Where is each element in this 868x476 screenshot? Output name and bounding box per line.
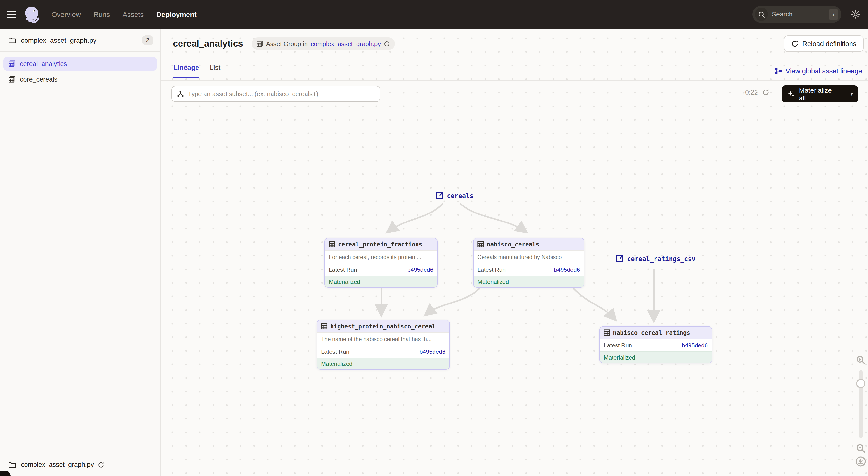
asset-subset-filter[interactable]	[172, 86, 380, 102]
view-tabs: Lineage List	[174, 64, 220, 78]
asset-name: nabisco_cereals	[487, 241, 539, 248]
asset-name: highest_protein_nabisco_cereal	[330, 323, 436, 330]
nav-item-runs[interactable]: Runs	[93, 10, 110, 18]
search-input[interactable]	[768, 11, 829, 18]
tab-lineage[interactable]: Lineage	[174, 64, 199, 78]
asset-name: cereal_protein_fractions	[338, 241, 422, 248]
sidebar-group-list: cereal_analytics core_cereals	[0, 52, 160, 453]
code-location-name: complex_asset_graph.py	[21, 461, 94, 468]
hamburger-menu-icon[interactable]	[0, 0, 20, 29]
sidebar-item-core-cereals[interactable]: core_cereals	[3, 72, 157, 87]
asset-subset-input[interactable]	[188, 90, 375, 98]
source-asset-cereal-ratings-csv[interactable]: cereal_ratings_csv	[616, 255, 695, 263]
external-link-icon	[616, 255, 624, 263]
nav-items: Overview Runs Assets Deployment	[52, 10, 197, 18]
external-link-icon	[436, 192, 443, 199]
status-badge: Materialized	[600, 351, 712, 363]
global-search[interactable]: /	[752, 6, 841, 23]
sidebar: complex_asset_graph.py 2 cereal_analytic…	[0, 29, 161, 476]
folder-icon	[8, 461, 16, 468]
status-badge: Materialized	[317, 358, 449, 369]
run-id-link[interactable]: b495ded6	[682, 342, 708, 349]
reload-definitions-button[interactable]: Reload definitions	[784, 35, 864, 52]
latest-run-label: Latest Run	[329, 266, 357, 273]
sidebar-footer: complex_asset_graph.py	[0, 453, 160, 476]
asset-node-highest-protein-nabisco-cereal[interactable]: highest_protein_nabisco_cereal The name …	[317, 320, 450, 370]
latest-run-label: Latest Run	[321, 348, 349, 355]
table-icon	[321, 323, 328, 330]
asset-node-nabisco-cereal-ratings[interactable]: nabisco_cereal_ratings Latest Run b495de…	[599, 326, 712, 364]
sparkle-icon	[787, 90, 795, 98]
asset-node-nabisco-cereals[interactable]: nabisco_cereals Cereals manufactured by …	[473, 238, 584, 288]
download-image-icon[interactable]	[856, 456, 866, 467]
asset-description: For each cereal, records its protein ...	[325, 250, 437, 263]
refresh-icon	[791, 40, 798, 47]
latest-run-label: Latest Run	[604, 342, 632, 349]
page-title: cereal_analytics	[173, 38, 243, 49]
group-name: cereal_analytics	[20, 60, 67, 67]
run-id-link[interactable]: b495ded6	[420, 348, 445, 355]
asset-group-tag-text: Asset Group in	[266, 40, 308, 47]
refresh-timer: 0:22	[745, 89, 770, 96]
graph-zoom-controls	[855, 354, 867, 468]
run-id-link[interactable]: b495ded6	[554, 266, 580, 273]
materialize-dropdown-caret[interactable]: ▼	[845, 92, 858, 96]
top-nav: Overview Runs Assets Deployment /	[0, 0, 868, 29]
timer-value: 0:22	[745, 89, 758, 96]
folder-icon	[8, 37, 16, 43]
asset-description: The name of the nabisco cereal that has …	[317, 332, 449, 345]
asset-count-badge: 2	[142, 35, 154, 45]
gear-icon[interactable]	[851, 10, 860, 19]
asset-group-icon	[256, 40, 263, 47]
sidebar-code-location[interactable]: complex_asset_graph.py 2	[0, 29, 160, 52]
view-global-asset-lineage-link[interactable]: View global asset lineage	[775, 67, 862, 75]
table-icon	[604, 330, 610, 336]
zoom-slider-thumb[interactable]	[856, 379, 865, 388]
nav-item-deployment[interactable]: Deployment	[156, 10, 197, 18]
asset-name: nabisco_cereal_ratings	[613, 329, 690, 336]
asset-graph-filter-icon	[177, 90, 184, 98]
status-badge: Materialized	[325, 276, 437, 287]
zoom-slider[interactable]	[859, 370, 862, 438]
table-icon	[329, 241, 335, 247]
main-panel: cereal_analytics Asset Group in complex_…	[161, 29, 868, 476]
materialize-all-button[interactable]: Materialize all ▼	[781, 86, 858, 102]
asset-description: Cereals manufactured by Nabisco	[473, 250, 584, 263]
code-location-link[interactable]: complex_asset_graph.py	[311, 40, 381, 47]
nav-item-overview[interactable]: Overview	[52, 10, 81, 18]
run-id-link[interactable]: b495ded6	[407, 266, 433, 273]
zoom-out-icon[interactable]	[856, 443, 866, 453]
tabs-divider	[161, 80, 868, 80]
search-icon	[755, 8, 768, 21]
group-name: core_cereals	[20, 76, 58, 83]
asset-group-tag: Asset Group in complex_asset_graph.py	[251, 37, 395, 50]
latest-run-label: Latest Run	[477, 266, 506, 273]
code-location-name: complex_asset_graph.py	[21, 36, 142, 44]
zoom-in-icon[interactable]	[856, 355, 866, 365]
dagster-logo-icon[interactable]	[23, 6, 41, 23]
reload-icon[interactable]	[98, 461, 104, 468]
search-shortcut-key: /	[829, 9, 838, 20]
asset-group-icon	[8, 60, 16, 67]
tab-list[interactable]: List	[210, 64, 220, 78]
status-badge: Materialized	[473, 276, 584, 287]
page-header: cereal_analytics Asset Group in complex_…	[173, 35, 864, 53]
asset-node-cereal-protein-fractions[interactable]: cereal_protein_fractions For each cereal…	[324, 238, 438, 288]
dagster-app: Overview Runs Assets Deployment /	[0, 0, 868, 476]
lineage-graph-icon	[775, 67, 782, 74]
asset-group-icon	[8, 76, 16, 83]
reload-icon[interactable]	[384, 40, 390, 47]
refresh-icon[interactable]	[762, 89, 770, 96]
source-asset-cereals[interactable]: cereals	[436, 192, 473, 199]
sidebar-item-cereal-analytics[interactable]: cereal_analytics	[3, 57, 157, 71]
table-icon	[477, 241, 484, 247]
nav-item-assets[interactable]: Assets	[123, 10, 144, 18]
